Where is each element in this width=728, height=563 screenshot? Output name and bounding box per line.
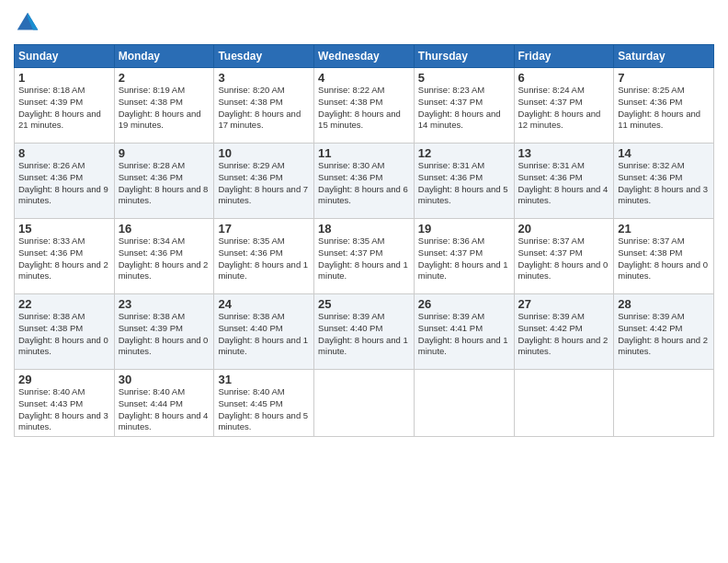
calendar-cell: 6Sunrise: 8:24 AMSunset: 4:37 PMDaylight… — [514, 68, 614, 144]
calendar-cell — [414, 370, 514, 437]
header-sunday: Sunday — [15, 45, 115, 68]
calendar-cell: 29Sunrise: 8:40 AMSunset: 4:43 PMDayligh… — [15, 370, 115, 437]
week-row-1: 1Sunrise: 8:18 AMSunset: 4:39 PMDaylight… — [15, 68, 714, 144]
day-number: 13 — [518, 146, 610, 160]
day-number: 28 — [618, 297, 710, 311]
day-info: Sunrise: 8:39 AMSunset: 4:41 PMDaylight:… — [418, 311, 510, 358]
day-number: 4 — [318, 71, 410, 85]
header-tuesday: Tuesday — [214, 45, 314, 68]
day-info: Sunrise: 8:34 AMSunset: 4:36 PMDaylight:… — [119, 236, 210, 282]
day-number: 20 — [518, 222, 610, 236]
header-saturday: Saturday — [614, 45, 714, 68]
day-number: 14 — [618, 146, 710, 160]
day-number: 3 — [218, 71, 310, 85]
calendar-cell: 18Sunrise: 8:35 AMSunset: 4:37 PMDayligh… — [314, 219, 415, 294]
day-number: 9 — [119, 146, 210, 160]
day-info: Sunrise: 8:38 AMSunset: 4:39 PMDaylight:… — [119, 311, 210, 358]
day-info: Sunrise: 8:40 AMSunset: 4:45 PMDaylight:… — [218, 386, 310, 433]
day-info: Sunrise: 8:18 AMSunset: 4:39 PMDaylight:… — [18, 85, 110, 132]
calendar-cell: 1Sunrise: 8:18 AMSunset: 4:39 PMDaylight… — [15, 68, 115, 144]
calendar-cell: 31Sunrise: 8:40 AMSunset: 4:45 PMDayligh… — [214, 370, 314, 437]
week-row-4: 22Sunrise: 8:38 AMSunset: 4:38 PMDayligh… — [15, 294, 714, 370]
calendar-cell: 25Sunrise: 8:39 AMSunset: 4:40 PMDayligh… — [314, 294, 415, 370]
day-number: 25 — [318, 297, 410, 311]
header-monday: Monday — [114, 45, 214, 68]
day-info: Sunrise: 8:23 AMSunset: 4:37 PMDaylight:… — [418, 85, 510, 132]
day-number: 7 — [618, 71, 710, 85]
day-info: Sunrise: 8:38 AMSunset: 4:40 PMDaylight:… — [218, 311, 310, 358]
day-info: Sunrise: 8:26 AMSunset: 4:36 PMDaylight:… — [18, 160, 110, 207]
header-friday: Friday — [514, 45, 614, 68]
calendar-cell: 16Sunrise: 8:34 AMSunset: 4:36 PMDayligh… — [114, 219, 214, 294]
header-thursday: Thursday — [414, 45, 514, 68]
day-info: Sunrise: 8:35 AMSunset: 4:36 PMDaylight:… — [218, 236, 310, 282]
logo-icon — [14, 9, 41, 37]
day-number: 15 — [18, 222, 110, 236]
calendar-cell: 10Sunrise: 8:29 AMSunset: 4:36 PMDayligh… — [214, 144, 314, 219]
day-number: 1 — [18, 71, 110, 85]
day-info: Sunrise: 8:31 AMSunset: 4:36 PMDaylight:… — [418, 160, 510, 207]
day-number: 10 — [218, 146, 310, 160]
header — [14, 9, 714, 37]
calendar-cell: 9Sunrise: 8:28 AMSunset: 4:36 PMDaylight… — [114, 144, 214, 219]
calendar-cell: 11Sunrise: 8:30 AMSunset: 4:36 PMDayligh… — [314, 144, 415, 219]
calendar-cell: 23Sunrise: 8:38 AMSunset: 4:39 PMDayligh… — [114, 294, 214, 370]
calendar-cell: 5Sunrise: 8:23 AMSunset: 4:37 PMDaylight… — [414, 68, 514, 144]
page: SundayMondayTuesdayWednesdayThursdayFrid… — [0, 0, 728, 563]
day-info: Sunrise: 8:31 AMSunset: 4:36 PMDaylight:… — [518, 160, 610, 207]
calendar-cell — [514, 370, 614, 437]
day-number: 8 — [18, 146, 110, 160]
day-number: 11 — [318, 146, 410, 160]
day-number: 24 — [218, 297, 310, 311]
day-number: 2 — [119, 71, 210, 85]
calendar: SundayMondayTuesdayWednesdayThursdayFrid… — [14, 44, 714, 437]
day-number: 21 — [618, 222, 710, 236]
calendar-cell: 15Sunrise: 8:33 AMSunset: 4:36 PMDayligh… — [15, 219, 115, 294]
day-info: Sunrise: 8:40 AMSunset: 4:43 PMDaylight:… — [18, 386, 110, 433]
day-info: Sunrise: 8:20 AMSunset: 4:38 PMDaylight:… — [218, 85, 310, 132]
week-row-3: 15Sunrise: 8:33 AMSunset: 4:36 PMDayligh… — [15, 219, 714, 294]
day-number: 27 — [518, 297, 610, 311]
day-number: 18 — [318, 222, 410, 236]
day-number: 17 — [218, 222, 310, 236]
day-info: Sunrise: 8:39 AMSunset: 4:40 PMDaylight:… — [318, 311, 410, 358]
day-number: 5 — [418, 71, 510, 85]
calendar-cell: 24Sunrise: 8:38 AMSunset: 4:40 PMDayligh… — [214, 294, 314, 370]
calendar-cell: 13Sunrise: 8:31 AMSunset: 4:36 PMDayligh… — [514, 144, 614, 219]
day-number: 31 — [218, 373, 310, 386]
day-info: Sunrise: 8:28 AMSunset: 4:36 PMDaylight:… — [119, 160, 210, 207]
calendar-cell: 21Sunrise: 8:37 AMSunset: 4:38 PMDayligh… — [614, 219, 714, 294]
day-info: Sunrise: 8:39 AMSunset: 4:42 PMDaylight:… — [618, 311, 710, 358]
day-info: Sunrise: 8:37 AMSunset: 4:37 PMDaylight:… — [518, 236, 610, 282]
calendar-cell: 2Sunrise: 8:19 AMSunset: 4:38 PMDaylight… — [114, 68, 214, 144]
calendar-cell: 30Sunrise: 8:40 AMSunset: 4:44 PMDayligh… — [114, 370, 214, 437]
day-number: 22 — [18, 297, 110, 311]
day-number: 29 — [18, 373, 110, 386]
day-number: 12 — [418, 146, 510, 160]
calendar-cell: 28Sunrise: 8:39 AMSunset: 4:42 PMDayligh… — [614, 294, 714, 370]
calendar-cell — [614, 370, 714, 437]
day-info: Sunrise: 8:38 AMSunset: 4:38 PMDaylight:… — [18, 311, 110, 358]
calendar-cell: 26Sunrise: 8:39 AMSunset: 4:41 PMDayligh… — [414, 294, 514, 370]
calendar-cell: 3Sunrise: 8:20 AMSunset: 4:38 PMDaylight… — [214, 68, 314, 144]
day-info: Sunrise: 8:32 AMSunset: 4:36 PMDaylight:… — [618, 160, 710, 207]
calendar-cell: 19Sunrise: 8:36 AMSunset: 4:37 PMDayligh… — [414, 219, 514, 294]
day-info: Sunrise: 8:35 AMSunset: 4:37 PMDaylight:… — [318, 236, 410, 282]
calendar-cell: 20Sunrise: 8:37 AMSunset: 4:37 PMDayligh… — [514, 219, 614, 294]
day-info: Sunrise: 8:37 AMSunset: 4:38 PMDaylight:… — [618, 236, 710, 282]
calendar-cell: 8Sunrise: 8:26 AMSunset: 4:36 PMDaylight… — [15, 144, 115, 219]
day-info: Sunrise: 8:30 AMSunset: 4:36 PMDaylight:… — [318, 160, 410, 207]
calendar-cell: 22Sunrise: 8:38 AMSunset: 4:38 PMDayligh… — [15, 294, 115, 370]
day-info: Sunrise: 8:24 AMSunset: 4:37 PMDaylight:… — [518, 85, 610, 132]
calendar-cell: 7Sunrise: 8:25 AMSunset: 4:36 PMDaylight… — [614, 68, 714, 144]
calendar-cell — [314, 370, 415, 437]
day-number: 30 — [119, 373, 210, 386]
calendar-header-row: SundayMondayTuesdayWednesdayThursdayFrid… — [15, 45, 714, 68]
day-number: 26 — [418, 297, 510, 311]
day-info: Sunrise: 8:29 AMSunset: 4:36 PMDaylight:… — [218, 160, 310, 207]
day-number: 6 — [518, 71, 610, 85]
calendar-cell: 14Sunrise: 8:32 AMSunset: 4:36 PMDayligh… — [614, 144, 714, 219]
day-info: Sunrise: 8:22 AMSunset: 4:38 PMDaylight:… — [318, 85, 410, 132]
day-number: 23 — [119, 297, 210, 311]
day-info: Sunrise: 8:39 AMSunset: 4:42 PMDaylight:… — [518, 311, 610, 358]
